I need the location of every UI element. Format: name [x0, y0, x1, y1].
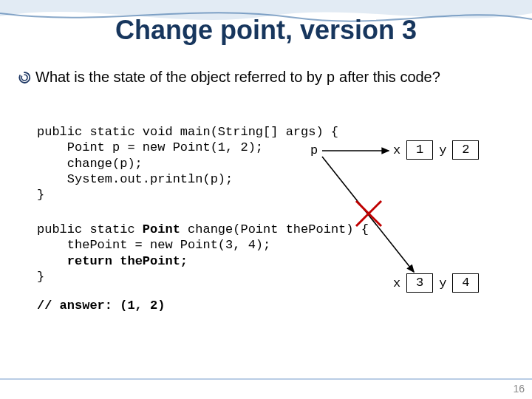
point-object-1: x 1 y 2	[392, 140, 479, 160]
page-number: 16	[513, 383, 525, 395]
slide-title: Change point, version 3	[0, 15, 532, 46]
bullet-swirl-icon	[18, 71, 31, 84]
y-label: y	[437, 143, 448, 157]
point-object-2: x 3 y 4	[392, 273, 479, 293]
code-block-main: public static void main(String[] args) {…	[37, 124, 338, 202]
question-prefix: What is the state of the object referred…	[35, 69, 327, 85]
x-label: x	[392, 143, 402, 157]
y-value: 2	[452, 140, 479, 160]
code-block-change: public static Point change(Point thePoin…	[37, 222, 369, 284]
question-text: What is the state of the object referred…	[35, 68, 440, 87]
decorative-bottom-line	[0, 378, 532, 380]
y-label: y	[437, 276, 448, 290]
question-code-p: p	[327, 69, 335, 86]
x-label: x	[392, 276, 402, 290]
question-suffix: after this code?	[335, 69, 440, 85]
y-value: 4	[452, 273, 479, 293]
x-value: 1	[406, 140, 433, 160]
x-value: 3	[406, 273, 433, 293]
pointer-label-p: p	[310, 143, 318, 157]
answer-comment: // answer: (1, 2)	[37, 299, 165, 313]
